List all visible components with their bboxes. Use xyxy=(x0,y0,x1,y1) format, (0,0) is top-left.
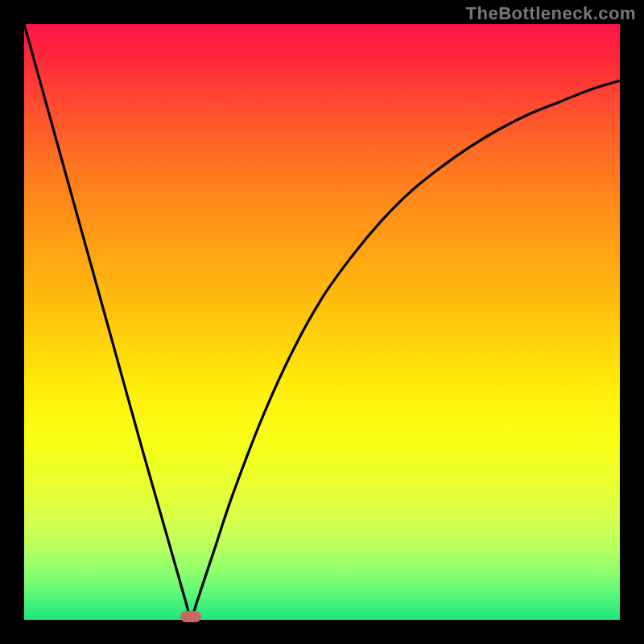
watermark-text: TheBottleneck.com xyxy=(466,3,636,24)
plot-svg xyxy=(24,24,620,620)
curve-path xyxy=(24,24,620,617)
minimum-marker xyxy=(180,611,201,622)
plot-area xyxy=(24,24,620,620)
chart-frame: TheBottleneck.com xyxy=(0,0,644,644)
